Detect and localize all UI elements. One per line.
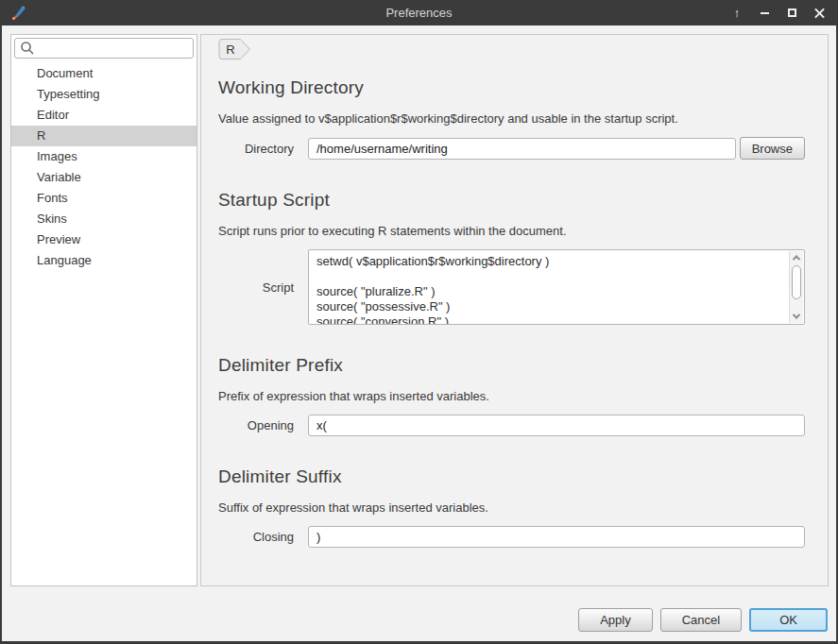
dialog-footer: Apply Cancel OK <box>2 602 836 641</box>
script-label: Script <box>218 280 294 295</box>
directory-label: Directory <box>218 142 294 156</box>
sidebar-item-editor[interactable]: Editor <box>11 105 197 126</box>
script-text: setwd( v$application$r$working$directory… <box>309 250 804 325</box>
maximize-icon[interactable] <box>782 4 801 23</box>
cancel-button[interactable]: Cancel <box>660 608 742 632</box>
breadcrumb: R <box>218 38 252 60</box>
directory-row: Directory Browse <box>218 137 805 160</box>
sidebar-item-images[interactable]: Images <box>11 146 197 167</box>
window-title: Preferences <box>0 6 838 20</box>
closing-row: Closing <box>218 526 805 548</box>
script-scrollbar[interactable] <box>789 251 803 323</box>
titlebar: Preferences ↑ <box>0 0 838 25</box>
sidebar-item-skins[interactable]: Skins <box>11 209 197 229</box>
svg-text:R: R <box>226 42 234 57</box>
section-title-delimiter-suffix: Delimiter Suffix <box>218 466 805 487</box>
scrollbar-thumb[interactable] <box>792 265 801 299</box>
window-controls: ↑ <box>727 4 829 23</box>
close-icon[interactable] <box>810 4 829 23</box>
script-row: Script setwd( v$application$r$working$di… <box>218 249 805 325</box>
shade-icon[interactable]: ↑ <box>727 4 746 23</box>
directory-input[interactable] <box>308 138 736 160</box>
settings-pane: R Working Directory Value assigned to v$… <box>200 34 829 586</box>
opening-delimiter-input[interactable] <box>308 415 805 436</box>
preferences-nav-list: Document Typesetting Editor R Images Var… <box>11 61 197 271</box>
scroll-down-icon[interactable] <box>790 310 803 323</box>
sidebar-item-preview[interactable]: Preview <box>11 229 197 250</box>
search-input[interactable] <box>14 38 194 59</box>
sidebar-item-r[interactable]: R <box>11 126 197 146</box>
apply-button[interactable]: Apply <box>578 608 653 632</box>
sidebar-item-document[interactable]: Document <box>11 63 197 84</box>
section-desc-delimiter-prefix: Prefix of expression that wraps inserted… <box>218 389 805 403</box>
sidebar-item-typesetting[interactable]: Typesetting <box>11 84 197 105</box>
browse-button[interactable]: Browse <box>740 137 805 160</box>
sidebar-item-language[interactable]: Language <box>11 250 197 271</box>
opening-label: Opening <box>218 418 294 432</box>
section-title-delimiter-prefix: Delimiter Prefix <box>218 355 805 376</box>
dialog-body: Document Typesetting Editor R Images Var… <box>2 25 836 602</box>
sidebar: Document Typesetting Editor R Images Var… <box>10 34 197 586</box>
ok-button[interactable]: OK <box>749 608 828 632</box>
sidebar-item-variable[interactable]: Variable <box>11 167 197 188</box>
app-pen-icon <box>9 5 26 22</box>
opening-row: Opening <box>218 415 805 436</box>
sidebar-item-fonts[interactable]: Fonts <box>11 188 197 209</box>
closing-label: Closing <box>218 530 294 544</box>
section-desc-working-directory: Value assigned to v$application$r$workin… <box>218 111 805 126</box>
section-title-working-directory: Working Directory <box>218 77 805 98</box>
section-desc-delimiter-suffix: Suffix of expression that wraps inserted… <box>218 500 805 515</box>
minimize-icon[interactable] <box>755 4 774 23</box>
closing-delimiter-input[interactable] <box>308 526 805 548</box>
preferences-window: Preferences ↑ Document Typesetting Edito… <box>0 0 838 644</box>
script-editor[interactable]: setwd( v$application$r$working$directory… <box>308 249 805 325</box>
scroll-up-icon[interactable] <box>790 251 803 264</box>
search-icon <box>20 41 35 56</box>
search-box <box>14 38 194 59</box>
section-desc-startup-script: Script runs prior to executing R stateme… <box>218 224 805 238</box>
section-title-startup-script: Startup Script <box>218 190 805 211</box>
